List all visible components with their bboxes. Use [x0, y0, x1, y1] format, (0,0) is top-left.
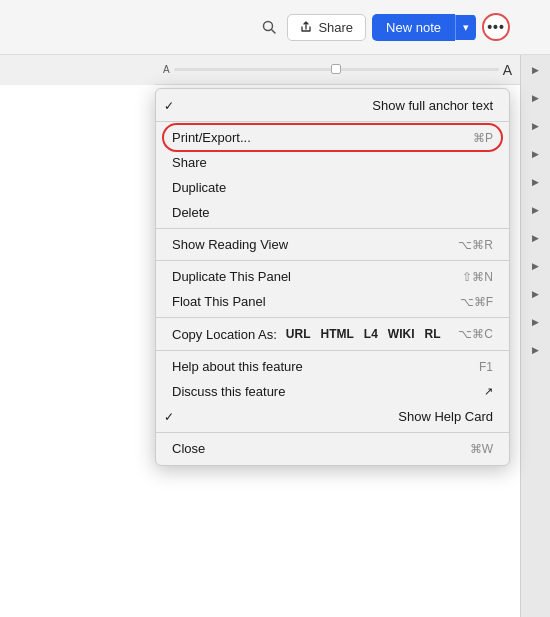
print-export-shortcut: ⌘P — [473, 131, 493, 145]
ruler: A A — [155, 55, 520, 85]
svg-line-1 — [272, 30, 276, 34]
float-panel-shortcut: ⌥⌘F — [460, 295, 493, 309]
delete-item[interactable]: Delete — [156, 200, 509, 225]
share-item[interactable]: Share — [156, 150, 509, 175]
sidebar-arrow-8[interactable]: ▶ — [532, 261, 539, 271]
separator-4 — [156, 317, 509, 318]
sidebar-arrow-5[interactable]: ▶ — [532, 177, 539, 187]
help-feature-item[interactable]: Help about this feature F1 — [156, 354, 509, 379]
sidebar-arrow-11[interactable]: ▶ — [532, 345, 539, 355]
copy-html-button[interactable]: HTML — [317, 326, 356, 342]
help-card-checkmark: ✓ — [164, 410, 176, 424]
new-note-dropdown-button[interactable]: ▾ — [455, 15, 476, 40]
font-size-slider[interactable] — [174, 68, 499, 71]
close-label: Close — [172, 441, 205, 456]
sidebar-arrow-10[interactable]: ▶ — [532, 317, 539, 327]
more-options-button[interactable]: ••• — [482, 13, 510, 41]
copy-rl-button[interactable]: RL — [421, 326, 443, 342]
print-export-item[interactable]: Print/Export... ⌘P — [156, 125, 509, 150]
duplicate-panel-shortcut: ⇧⌘N — [462, 270, 493, 284]
sidebar-arrow-4[interactable]: ▶ — [532, 149, 539, 159]
float-panel-label: Float This Panel — [172, 294, 266, 309]
new-note-group: New note ▾ — [372, 14, 476, 41]
duplicate-panel-item[interactable]: Duplicate This Panel ⇧⌘N — [156, 264, 509, 289]
sidebar-arrow-7[interactable]: ▶ — [532, 233, 539, 243]
font-small-icon: A — [163, 64, 170, 75]
separator-1 — [156, 121, 509, 122]
close-shortcut: ⌘W — [470, 442, 493, 456]
sidebar-arrow-2[interactable]: ▶ — [532, 93, 539, 103]
copy-l4-button[interactable]: L4 — [361, 326, 381, 342]
show-full-anchor-label: Show full anchor text — [372, 98, 493, 113]
toolbar: Share New note ▾ ••• — [0, 0, 550, 55]
show-reading-view-item[interactable]: Show Reading View ⌥⌘R — [156, 232, 509, 257]
right-sidebar: ▶ ▶ ▶ ▶ ▶ ▶ ▶ ▶ ▶ ▶ ▶ — [520, 55, 550, 617]
separator-5 — [156, 350, 509, 351]
separator-3 — [156, 260, 509, 261]
print-export-label: Print/Export... — [172, 130, 251, 145]
slider-thumb — [331, 64, 341, 74]
share-button[interactable]: Share — [287, 14, 366, 41]
search-icon[interactable] — [257, 15, 281, 39]
checkmark-icon: ✓ — [164, 99, 176, 113]
duplicate-item[interactable]: Duplicate — [156, 175, 509, 200]
sidebar-arrow-6[interactable]: ▶ — [532, 205, 539, 215]
duplicate-label: Duplicate — [172, 180, 226, 195]
context-menu: ✓ Show full anchor text Print/Export... … — [155, 88, 510, 466]
copy-url-button[interactable]: URL — [283, 326, 314, 342]
sidebar-arrow-1[interactable]: ▶ — [532, 65, 539, 75]
external-link-icon: ↗ — [484, 385, 493, 398]
show-full-anchor-item[interactable]: ✓ Show full anchor text — [156, 93, 509, 118]
show-reading-view-label: Show Reading View — [172, 237, 288, 252]
separator-2 — [156, 228, 509, 229]
copy-wiki-button[interactable]: WIKI — [385, 326, 418, 342]
separator-6 — [156, 432, 509, 433]
help-shortcut: F1 — [479, 360, 493, 374]
duplicate-panel-label: Duplicate This Panel — [172, 269, 291, 284]
font-large-icon: A — [503, 62, 512, 78]
close-item[interactable]: Close ⌘W — [156, 436, 509, 461]
float-panel-item[interactable]: Float This Panel ⌥⌘F — [156, 289, 509, 314]
delete-label: Delete — [172, 205, 210, 220]
show-reading-view-shortcut: ⌥⌘R — [458, 238, 493, 252]
discuss-feature-label: Discuss this feature — [172, 384, 285, 399]
copy-location-shortcut: ⌥⌘C — [458, 327, 493, 341]
show-help-card-item[interactable]: ✓ Show Help Card — [156, 404, 509, 429]
help-feature-label: Help about this feature — [172, 359, 303, 374]
discuss-feature-item[interactable]: Discuss this feature ↗ — [156, 379, 509, 404]
sidebar-arrow-3[interactable]: ▶ — [532, 121, 539, 131]
copy-location-item[interactable]: Copy Location As: URL HTML L4 WIKI RL ⌥⌘… — [156, 321, 509, 347]
new-note-button[interactable]: New note — [372, 14, 455, 41]
show-help-card-label: Show Help Card — [398, 409, 493, 424]
share-menu-label: Share — [172, 155, 207, 170]
sidebar-arrow-9[interactable]: ▶ — [532, 289, 539, 299]
copy-location-label: Copy Location As: — [172, 327, 277, 342]
